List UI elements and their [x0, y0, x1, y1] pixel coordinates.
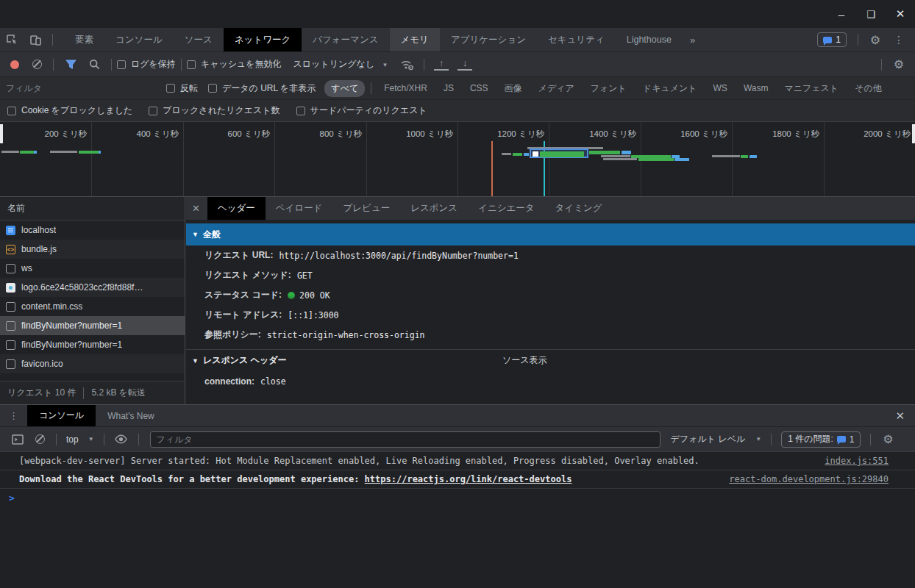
request-row[interactable]: <>bundle.js — [0, 240, 185, 259]
invert-filter-checkbox[interactable]: 反転 — [166, 82, 198, 95]
clear-network-log-icon[interactable] — [32, 60, 42, 69]
tab-要素[interactable]: 要素 — [64, 28, 104, 51]
selected-request-box[interactable] — [530, 148, 588, 158]
live-expression-eye-icon[interactable] — [110, 434, 133, 444]
filter-chip-フォント[interactable]: フォント — [584, 80, 633, 97]
disable-cache-checkbox[interactable]: キャッシュを無効化 — [187, 58, 282, 71]
details-tab-プレビュー[interactable]: プレビュー — [332, 197, 400, 220]
view-source-link[interactable]: ソース表示 — [502, 354, 547, 367]
request-row[interactable]: content.min.css — [0, 297, 185, 316]
execution-context-select[interactable]: top ▼ — [62, 434, 99, 445]
export-har-icon[interactable]: ↓ — [458, 58, 472, 71]
details-tab-イニシエータ[interactable]: イニシエータ — [468, 197, 544, 220]
filter-chip-ドキュメント[interactable]: ドキュメント — [636, 80, 704, 97]
divider — [52, 34, 53, 46]
general-row-label: リクエスト メソッド: — [204, 269, 291, 282]
filter-chip-Fetch/XHR[interactable]: Fetch/XHR — [377, 81, 434, 96]
inspect-element-icon[interactable] — [0, 28, 24, 51]
search-icon[interactable] — [82, 59, 106, 70]
divider — [138, 434, 139, 445]
issues-counter-button[interactable]: 1 件の問題: 1 — [781, 431, 861, 448]
preserve-log-checkbox[interactable]: ログを保持 — [117, 58, 176, 71]
timeline-right-handle[interactable] — [912, 124, 915, 143]
filter-chip-マニフェスト[interactable]: マニフェスト — [777, 80, 845, 97]
filter-chip-すべて[interactable]: すべて — [324, 80, 365, 97]
general-section-header[interactable]: ▼ 全般 — [186, 223, 915, 245]
clear-console-icon[interactable] — [35, 434, 45, 444]
drawer-menu-icon[interactable]: ⋮ — [0, 405, 27, 426]
blocked-cookies-checkbox[interactable]: Cookie をブロックしました — [7, 104, 132, 117]
checkbox-box — [187, 60, 196, 69]
filter-chip-画像[interactable]: 画像 — [498, 80, 529, 97]
settings-gear-icon[interactable]: ⚙ — [864, 33, 887, 47]
throttling-select[interactable]: スロットリングなし ▼ — [293, 58, 388, 71]
tab-ネットワーク[interactable]: ネットワーク — [224, 28, 302, 51]
details-tab-ペイロード[interactable]: ペイロード — [266, 197, 333, 220]
close-details-icon[interactable]: ✕ — [186, 197, 207, 220]
tab-コンソール[interactable]: コンソール — [104, 28, 174, 51]
drawer-close-icon[interactable]: ✕ — [885, 405, 915, 426]
network-filter-input[interactable] — [6, 83, 122, 93]
tab-Lighthouse[interactable]: Lighthouse — [616, 28, 683, 51]
console-message: Download the React DevTools for a better… — [0, 470, 915, 489]
details-tab-レスポンス[interactable]: レスポンス — [400, 197, 468, 220]
console-sidebar-toggle-icon[interactable] — [6, 434, 29, 445]
log-level-select[interactable]: デフォルト レベル ▼ — [666, 433, 766, 445]
general-row-label: 参照ポリシー: — [204, 329, 261, 341]
filter-chip-Wasm[interactable]: Wasm — [737, 81, 775, 96]
tab-セキュリティ[interactable]: セキュリティ — [537, 28, 616, 51]
main-menu-icon[interactable]: ⋮ — [887, 34, 911, 46]
tab-アプリケーション[interactable]: アプリケーション — [440, 28, 537, 51]
console-drawer: ⋮ コンソールWhat's New ✕ top ▼ デフォルト レベル ▼ — [0, 404, 915, 588]
drawer-tab-What's New[interactable]: What's New — [96, 405, 166, 426]
plain-file-icon — [6, 359, 15, 369]
tab-パフォーマンス[interactable]: パフォーマンス — [302, 28, 389, 51]
third-party-checkbox[interactable]: サードパーティのリクエスト — [296, 104, 427, 117]
filter-chip-CSS[interactable]: CSS — [463, 81, 495, 96]
record-network-log-icon[interactable] — [10, 60, 19, 69]
hide-data-urls-checkbox[interactable]: データの URL を非表示 — [208, 82, 316, 95]
console-message-source-link[interactable]: react-dom.development.js:29840 — [729, 474, 889, 484]
import-har-icon[interactable]: ↑ — [434, 58, 449, 71]
request-row[interactable]: localhost — [0, 220, 185, 240]
filter-chip-メディア[interactable]: メディア — [532, 80, 581, 97]
filter-funnel-icon[interactable] — [59, 60, 82, 70]
request-list-header[interactable]: 名前 — [0, 197, 185, 220]
console-settings-gear-icon[interactable]: ⚙ — [876, 432, 900, 446]
window-close-button[interactable]: ✕ — [886, 3, 915, 25]
request-row[interactable]: logo.6ce24c58023cc2f8fd88f… — [0, 278, 185, 297]
details-tab-ヘッダー[interactable]: ヘッダー — [207, 197, 266, 220]
request-name: findByNumber?number=1 — [21, 320, 122, 331]
filter-chip-JS[interactable]: JS — [437, 81, 460, 96]
network-overview-timeline[interactable]: 200 ミリ秒400 ミリ秒600 ミリ秒800 ミリ秒1000 ミリ秒1200… — [0, 122, 915, 197]
window-minimize-button[interactable]: – — [827, 3, 856, 25]
more-tabs-icon[interactable]: » — [683, 28, 702, 51]
console-message-source-link[interactable]: index.js:551 — [825, 456, 889, 466]
context-value: top — [66, 434, 79, 445]
network-settings-gear-icon[interactable]: ⚙ — [887, 57, 911, 71]
details-tab-タイミング[interactable]: タイミング — [545, 197, 613, 220]
console-filter-input[interactable] — [150, 431, 661, 448]
network-conditions-icon[interactable] — [395, 59, 419, 71]
details-tabbar: ✕ ヘッダーペイロードプレビューレスポンスイニシエータタイミング — [186, 197, 915, 220]
request-row[interactable]: favicon.ico — [0, 354, 185, 373]
tab-ソース[interactable]: ソース — [174, 28, 224, 51]
device-toolbar-icon[interactable] — [24, 28, 47, 51]
filter-chip-その他[interactable]: その他 — [848, 80, 889, 97]
drawer-tab-コンソール[interactable]: コンソール — [27, 405, 96, 426]
timeline-left-handle[interactable] — [0, 124, 3, 143]
window-maximize-button[interactable]: ❑ — [856, 3, 886, 25]
request-row[interactable]: findByNumber?number=1 — [0, 335, 185, 354]
console-message-link[interactable]: https://reactjs.org/link/react-devtools — [365, 474, 572, 484]
tab-メモリ[interactable]: メモリ — [390, 28, 440, 51]
name-column-header: 名前 — [7, 202, 25, 215]
main-tabs: 要素コンソールソースネットワークパフォーマンスメモリアプリケーションセキュリティ… — [64, 28, 683, 51]
filter-chip-WS[interactable]: WS — [707, 81, 734, 96]
response-headers-section-header[interactable]: ▼ レスポンス ヘッダー ソース表示 — [186, 350, 915, 371]
blocked-requests-checkbox[interactable]: ブロックされたリクエスト数 — [149, 104, 280, 117]
request-row[interactable]: findByNumber?number=1 — [0, 316, 185, 335]
request-row[interactable]: ws — [0, 259, 185, 278]
issues-button[interactable]: 1 — [817, 32, 847, 47]
response-headers-title: レスポンス ヘッダー — [203, 354, 287, 367]
console-prompt[interactable]: > — [0, 489, 915, 506]
